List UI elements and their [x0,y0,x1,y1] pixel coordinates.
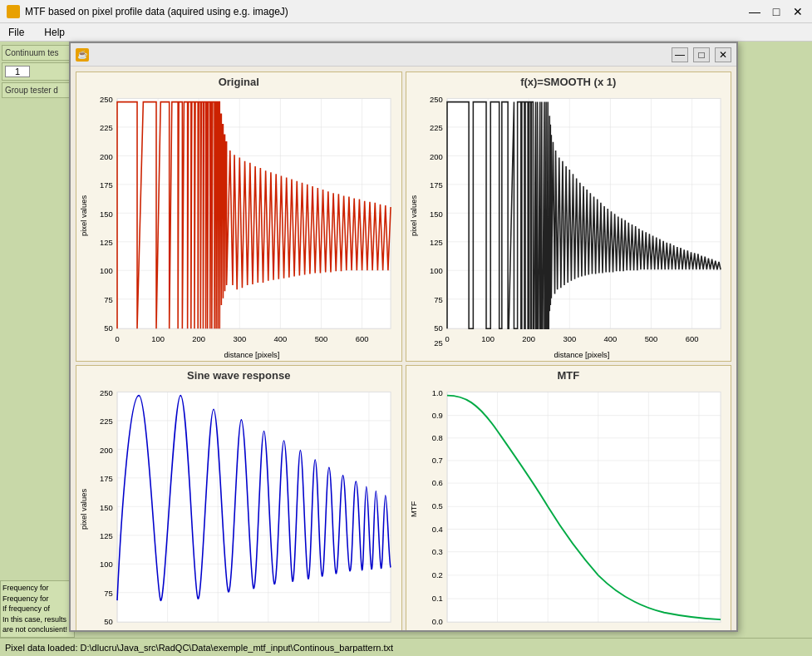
continuum-section: Continuum tes [2,45,73,61]
svg-text:100: 100 [151,334,165,343]
svg-text:2.0: 2.0 [593,628,603,630]
app-icon [7,5,20,18]
svg-text:0.5: 0.5 [441,628,452,630]
svg-text:500: 500 [315,334,328,343]
menu-bar: File Help [0,23,812,42]
svg-text:0.9: 0.9 [431,411,442,420]
svg-text:125: 125 [100,531,113,540]
svg-text:1.5: 1.5 [263,628,273,630]
svg-text:600: 600 [685,334,698,343]
svg-text:1.0: 1.0 [492,628,503,630]
svg-text:125: 125 [100,238,113,247]
java-window: ☕ — □ ✕ Original [69,42,738,632]
input-section [2,62,73,81]
status-bar: Pixel data loaded: D:\dlucru\Java_src\Ra… [0,638,812,656]
svg-text:0.1: 0.1 [431,594,442,603]
mtf-chart: MTF 1.0 [406,365,732,630]
window-title: MTF based on pixel profile data (aquired… [25,6,288,17]
svg-text:pixel values: pixel values [79,488,88,529]
svg-text:175: 175 [100,180,113,190]
original-chart-title: Original [219,76,259,88]
svg-text:600: 600 [356,334,369,343]
java-minimize-button[interactable]: — [672,47,688,62]
maximize-button[interactable]: □ [769,4,784,19]
svg-rect-104 [447,392,721,622]
svg-text:3.0: 3.0 [693,628,704,630]
file-menu[interactable]: File [3,25,29,40]
svg-text:150: 150 [430,210,443,219]
svg-text:0.8: 0.8 [431,433,442,442]
svg-text:125: 125 [430,238,443,247]
java-maximize-button[interactable]: □ [693,47,710,62]
java-window-controls: — □ ✕ [672,47,731,62]
continuum-label: Continuum tes [5,48,58,57]
freq-line2: Frequency for [2,594,72,604]
title-bar: MTF based on pixel profile data (aquired… [0,0,812,23]
java-close-button[interactable]: ✕ [715,47,731,62]
svg-text:250: 250 [430,95,443,104]
status-text: Pixel data loaded: D:\dlucru\Java_src\Ra… [5,643,393,653]
svg-text:200: 200 [430,152,443,161]
svg-text:200: 200 [100,445,113,454]
svg-text:0.3: 0.3 [431,547,442,556]
svg-text:pixel values: pixel values [409,195,418,236]
mtf-chart-svg: 1.0 0.9 0.8 0.7 0.6 0.5 0.4 0.3 0.2 0.1 … [408,383,730,630]
freq-conclusion: In this case, results are not conclusien… [2,614,72,635]
group-label: Group tester d [5,86,58,95]
svg-text:2.0: 2.0 [313,628,324,630]
java-title-bar: ☕ — □ ✕ [71,43,736,67]
minimize-button[interactable]: — [747,4,762,19]
help-menu[interactable]: Help [39,25,70,40]
sine-wave-chart-title: Sine wave response [187,369,290,382]
svg-text:100: 100 [100,266,113,275]
svg-text:225: 225 [430,123,443,132]
smooth-chart-title: f(x)=SMOOTH (x 1) [520,76,616,88]
original-chart-svg: 250 225 200 175 150 125 100 75 50 0 100 … [78,90,400,359]
svg-text:100: 100 [481,334,495,343]
svg-text:50: 50 [104,323,112,333]
svg-text:50: 50 [104,617,112,626]
svg-text:75: 75 [104,295,112,304]
freq-line1: Frequency for [2,583,72,594]
svg-text:200: 200 [100,152,113,161]
smooth-chart: f(x)=SMOOTH (x 1) 250 22 [406,72,732,362]
svg-text:0.5: 0.5 [431,501,442,510]
svg-text:distance [pixels]: distance [pixels] [554,350,609,359]
group-section: Group tester d [2,82,73,98]
svg-text:200: 200 [192,334,205,343]
left-sidebar: Continuum tes Group tester d [0,42,75,638]
svg-text:25: 25 [434,338,442,348]
svg-text:400: 400 [274,334,288,343]
close-button[interactable]: ✕ [790,4,805,19]
window-controls: — □ ✕ [747,4,805,19]
svg-text:0.4: 0.4 [431,524,442,533]
svg-text:250: 250 [100,387,113,397]
svg-text:200: 200 [522,334,535,343]
svg-text:225: 225 [100,417,113,426]
svg-text:0.5: 0.5 [162,628,173,630]
freq-section: Frequency for Frequency for If frequency… [0,580,75,638]
svg-text:2.5: 2.5 [363,628,374,630]
svg-text:300: 300 [563,334,576,343]
svg-text:1.0: 1.0 [431,387,442,397]
svg-text:225: 225 [100,123,113,132]
svg-text:300: 300 [233,334,246,343]
continuum-input[interactable] [5,66,30,77]
svg-text:0.0: 0.0 [431,617,442,626]
svg-text:150: 150 [100,210,113,219]
original-chart: Original [76,72,402,362]
java-icon: ☕ [76,48,89,62]
svg-text:MTF: MTF [409,501,418,517]
charts-grid: Original [71,67,736,630]
svg-text:0: 0 [115,334,119,343]
svg-text:pixel values: pixel values [79,195,88,236]
svg-text:75: 75 [434,295,442,304]
svg-text:50: 50 [434,323,442,333]
svg-text:175: 175 [430,180,443,190]
svg-text:400: 400 [603,334,617,343]
svg-text:500: 500 [644,334,657,343]
smooth-chart-svg: 250 225 200 175 150 125 100 75 50 25 0 1… [408,90,730,359]
svg-text:0.6: 0.6 [431,478,442,487]
sine-wave-chart-svg: 250 225 200 175 150 125 100 75 50 0.0 0.… [78,383,400,630]
mtf-chart-title: MTF [557,369,579,382]
